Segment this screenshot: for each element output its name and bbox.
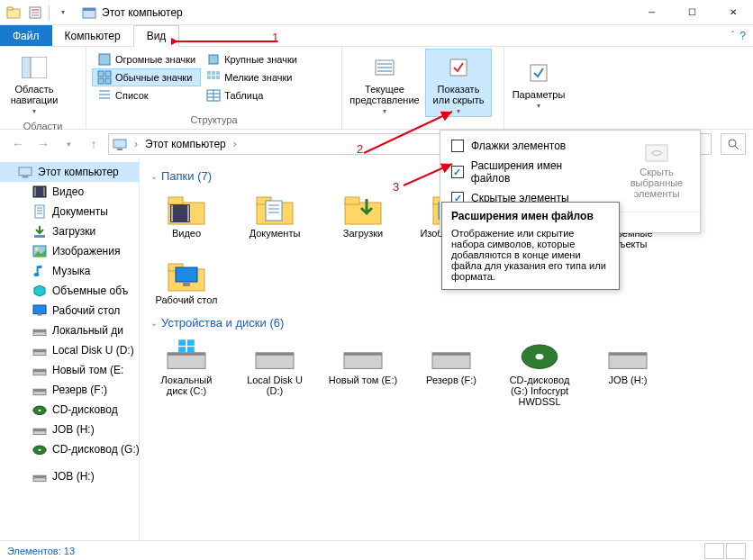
help-icon[interactable]: ? [739,30,746,42]
drive-item[interactable]: Резерв (F:) [415,337,487,407]
folder-item[interactable]: Документы [239,190,311,249]
folder-item[interactable]: Видео [150,190,222,249]
qat-folder-icon[interactable] [4,3,23,23]
breadcrumb-root[interactable]: Этот компьютер [145,138,226,150]
title-bar: ▾ Этот компьютер ─ ☐ ✕ [0,0,753,25]
desktop-icon [32,303,47,318]
sidebar-item[interactable]: CD-дисковод (G:) [0,439,139,459]
drive-item[interactable]: Новый том (E:) [327,337,399,407]
sidebar-item[interactable]: Новый том (E: [0,360,139,380]
ribbon-collapse-icon[interactable]: ˆ [731,31,734,41]
up-button[interactable]: ↑ [83,133,104,155]
svg-rect-17 [212,71,215,75]
svg-rect-57 [33,349,46,352]
dd-item-extensions[interactable]: ✓Расширения имен файлов [440,156,613,188]
item-label: Резерв (F:) [426,375,476,385]
svg-rect-9 [22,57,31,78]
sidebar-item[interactable]: Объемные объ [0,281,139,301]
svg-rect-43 [43,187,45,196]
navigation-tree[interactable]: Этот компьютерВидеоДокументыЗагрузкиИзоб… [0,158,140,540]
layout-extra-large[interactable]: Огромные значки [92,50,201,68]
status-text: Элементов: 13 [7,546,75,556]
layout-table[interactable]: Таблица [201,86,303,104]
drive-item[interactable]: JOB (H:) [592,337,664,407]
docs-icon [32,204,47,219]
svg-rect-105 [344,353,382,356]
sidebar-item-label: Документы [52,205,108,218]
video-icon [32,185,47,199]
sidebar-item[interactable]: JOB (H:) [0,420,139,439]
layout-medium[interactable]: Обычные значки [92,68,201,86]
qat-properties-icon[interactable] [25,3,45,23]
window-icon [82,5,96,20]
qat-dropdown-icon[interactable]: ▾ [53,3,73,23]
layout-large[interactable]: Крупные значки [201,50,303,68]
sidebar-item[interactable]: Видео [0,182,139,202]
svg-rect-48 [34,235,45,238]
sidebar-item[interactable]: Загрузки [0,221,139,241]
sidebar-item[interactable]: Музыка [0,261,139,281]
item-label: CD-дисковод (G:) Infocrypt HWDSSL [504,375,576,407]
forward-button[interactable]: → [32,133,54,155]
recent-dropdown[interactable]: ▾ [58,133,79,155]
nav-pane-button[interactable]: Область навигации ▾ [2,49,67,117]
status-bar: Элементов: 13 [0,540,753,560]
sidebar-item[interactable]: JOB (H:) [0,466,139,486]
drives-group-header[interactable]: ⌄Устройства и диски (6) [150,316,742,330]
view-details-button[interactable] [704,543,724,559]
show-hide-button[interactable]: Показать или скрыть▾ [425,49,492,117]
svg-rect-20 [212,76,215,79]
sidebar-item[interactable]: CD-дисковод [0,400,139,420]
tab-file[interactable]: Файл [0,25,52,46]
sidebar-item[interactable]: Изображения [0,241,139,261]
sidebar-item[interactable]: Локальный ди [0,321,139,340]
layout-small[interactable]: Мелкие значки [201,68,303,86]
sidebar-item[interactable]: Этот компьютер [0,162,139,182]
minimize-button[interactable]: ─ [631,0,672,25]
maximize-button[interactable]: ☐ [672,0,712,25]
tooltip-title: Расширения имен файлов [451,210,610,222]
options-button[interactable]: Параметры ▾ [506,49,571,117]
drive-item[interactable]: Local Disk U (D:) [239,337,311,407]
drive-icon [32,363,47,377]
svg-rect-99 [187,339,195,346]
chevron-icon[interactable]: › [134,138,138,150]
svg-rect-111 [609,353,647,356]
pc-icon [113,137,127,151]
sidebar-item[interactable]: Local Disk U (D:) [0,340,139,360]
tooltip: Расширения имен файлов Отображение или с… [441,202,620,290]
sidebar-item[interactable]: Рабочий стол [0,301,139,321]
tab-view[interactable]: Вид [133,25,180,47]
ribbon-tabs: Файл Компьютер Вид ˆ ? [0,25,753,47]
svg-rect-1 [7,7,13,10]
checkbox-icon[interactable] [451,140,464,152]
drive-item[interactable]: CD-дисковод (G:) Infocrypt HWDSSL [504,337,576,407]
tab-computer[interactable]: Компьютер [52,25,133,46]
svg-rect-98 [178,339,186,346]
current-view-button[interactable]: Текущее представление▾ [344,49,425,117]
search-button[interactable] [721,133,746,155]
drive-item[interactable]: Локальный диск (C:) [150,337,222,407]
svg-rect-71 [168,197,183,204]
folder-item[interactable]: Рабочий стол [150,257,222,305]
sidebar-item[interactable]: Резерв (F:) [0,380,139,400]
folder-item[interactable]: Загрузки [327,190,399,249]
sidebar-item-label: Local Disk U (D:) [52,344,134,357]
svg-rect-11 [209,55,218,64]
tooltip-body: Отображение или скрытие набора символов,… [451,228,610,282]
layout-list[interactable]: Список [92,86,201,104]
sidebar-item-label: Видео [52,185,84,198]
dd-hide-selected[interactable]: Скрыть выбранные элементы [613,136,700,203]
sidebar-item-label: JOB (H:) [52,423,95,436]
desktop-icon [165,257,208,293]
drive-win-icon [165,337,208,373]
sidebar-item[interactable]: Документы [0,202,139,221]
close-button[interactable]: ✕ [712,0,753,25]
dd-item-flags[interactable]: Флажки элементов [440,136,613,156]
view-large-button[interactable] [726,543,746,559]
svg-rect-19 [207,76,211,79]
drive-icon [430,337,473,373]
back-button[interactable]: ← [7,133,29,155]
checkbox-icon[interactable]: ✓ [451,166,464,178]
chevron-icon[interactable]: › [233,138,237,150]
